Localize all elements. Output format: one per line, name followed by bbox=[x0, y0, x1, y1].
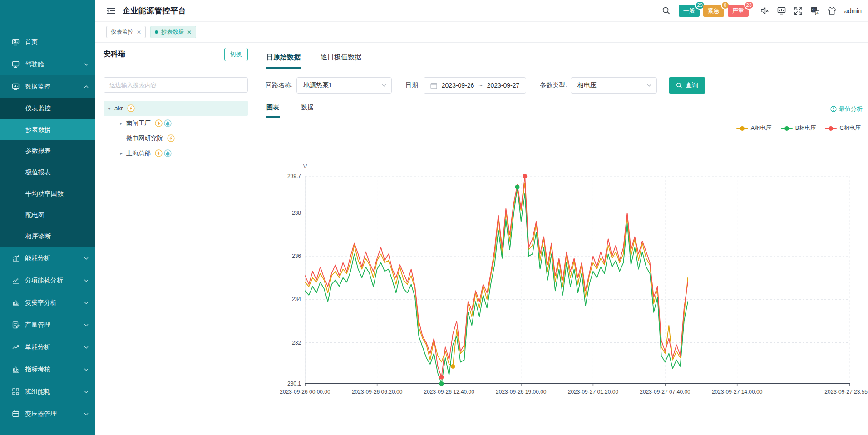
tree-caret-icon[interactable]: ▸ bbox=[118, 151, 124, 156]
sidebar-subitem-相序诊断[interactable]: 相序诊断 bbox=[0, 226, 95, 247]
sidebar-subitem-平均功率因数[interactable]: 平均功率因数 bbox=[0, 183, 95, 204]
sidebar-item-变压器管理[interactable]: 变压器管理 bbox=[0, 403, 95, 425]
sidebar-item-label: 能耗分析 bbox=[25, 254, 84, 262]
electric-bolt-icon bbox=[127, 104, 135, 112]
chart-legend: A相电压B相电压C相电压 bbox=[266, 118, 868, 132]
chevron-down-icon bbox=[84, 367, 89, 372]
bar-chart-icon bbox=[12, 299, 20, 306]
line-chart-svg[interactable]: 230.1232234236238239.72023-09-26 00:00:0… bbox=[266, 133, 868, 412]
sidebar-subitem-参数报表[interactable]: 参数报表 bbox=[0, 140, 95, 162]
tree-node-label: akr bbox=[114, 105, 123, 112]
sidebar-item-能耗分析[interactable]: 能耗分析 bbox=[0, 247, 95, 269]
y-tick-label: 230.1 bbox=[287, 381, 301, 387]
data-tabs: 日原始数据逐日极值数据 bbox=[266, 43, 868, 69]
legend-item-C相电压[interactable]: C相电压 bbox=[825, 124, 861, 132]
sidebar-subitem-抄表数据[interactable]: 抄表数据 bbox=[0, 119, 95, 140]
sidebar-item-班组能耗[interactable]: 班组能耗 bbox=[0, 381, 95, 403]
marker-min-B相电压[interactable] bbox=[439, 381, 444, 386]
marker-max-B相电压[interactable] bbox=[515, 185, 519, 189]
y-tick-label: 232 bbox=[292, 340, 301, 346]
marker-min-A相电压[interactable] bbox=[451, 364, 455, 369]
sidebar-item-label: 首页 bbox=[25, 38, 89, 46]
sidebar-item-指标考核[interactable]: 指标考核 bbox=[0, 358, 95, 381]
tree-node-akr[interactable]: ▾akr bbox=[104, 101, 248, 116]
sidebar-item-复费率分析[interactable]: 复费率分析 bbox=[0, 292, 95, 314]
sidebar-subitem-仪表监控[interactable]: 仪表监控 bbox=[0, 98, 95, 119]
tree-caret-icon[interactable]: ▸ bbox=[118, 121, 124, 126]
view-tag-抄表数据[interactable]: 抄表数据✕ bbox=[150, 26, 196, 38]
sidebar-item-label: 单耗分析 bbox=[25, 343, 84, 351]
sidebar-item-单耗分析[interactable]: 单耗分析 bbox=[0, 336, 95, 358]
sidebar-item-首页[interactable]: 首页 bbox=[0, 31, 95, 53]
chevron-down-icon bbox=[84, 300, 89, 306]
extreme-analysis-link[interactable]: 最值分析 bbox=[830, 105, 863, 118]
x-tick-label: 2023-09-27 07:40:00 bbox=[640, 389, 690, 395]
legend-item-B相电压[interactable]: B相电压 bbox=[781, 124, 816, 132]
sidebar-subitem-极值报表[interactable]: 极值报表 bbox=[0, 162, 95, 183]
electric-bolt-icon bbox=[155, 119, 163, 127]
legend-item-A相电压[interactable]: A相电压 bbox=[736, 124, 772, 132]
language-translate-icon[interactable]: 中 A bbox=[811, 6, 819, 15]
collapse-menu-icon[interactable] bbox=[106, 7, 115, 15]
tab-日原始数据[interactable]: 日原始数据 bbox=[266, 49, 301, 69]
view-tag-仪表监控[interactable]: 仪表监控✕ bbox=[106, 26, 146, 38]
close-icon[interactable]: ✕ bbox=[187, 29, 192, 35]
tree-node-label: 上海总部 bbox=[126, 149, 151, 158]
screen-icon bbox=[12, 38, 20, 46]
sidebar-item-产量管理[interactable]: 产量管理 bbox=[0, 314, 95, 336]
tree-search bbox=[104, 77, 248, 93]
series-line-B相电压[interactable] bbox=[305, 187, 688, 384]
marker-min-C相电压[interactable] bbox=[439, 375, 444, 380]
active-dot bbox=[155, 30, 158, 34]
alarm-chip-严重[interactable]: 严重23 bbox=[728, 5, 749, 17]
alarm-chip-一般[interactable]: 一般29 bbox=[679, 5, 700, 17]
chevron-down-icon bbox=[381, 83, 387, 88]
sidebar-item-分项能耗分析[interactable]: 分项能耗分析 bbox=[0, 269, 95, 292]
sidebar-item-label: 数据监控 bbox=[25, 83, 84, 91]
sidebar-item-数据监控[interactable]: 数据监控 bbox=[0, 75, 95, 98]
date-start[interactable]: 2023-09-26 bbox=[442, 82, 474, 89]
query-button-label: 查询 bbox=[686, 81, 698, 89]
username[interactable]: admin bbox=[844, 7, 862, 15]
mute-icon[interactable] bbox=[760, 6, 769, 15]
circuit-select[interactable]: 地源热泵1 bbox=[296, 77, 392, 94]
tree-panel-header: 安科瑞 切换 bbox=[104, 43, 248, 66]
tab-逐日极值数据[interactable]: 逐日极值数据 bbox=[320, 49, 362, 69]
sidebar-subitem-配电图[interactable]: 配电图 bbox=[0, 204, 95, 226]
x-tick-label: 2023-09-26 00:00:00 bbox=[280, 389, 330, 395]
date-end[interactable]: 2023-09-27 bbox=[487, 82, 520, 89]
param-select[interactable]: 相电压 bbox=[571, 77, 657, 94]
alarm-chip-label: 一般 bbox=[683, 7, 695, 15]
chevron-down-icon bbox=[84, 62, 89, 67]
search-icon bbox=[676, 82, 682, 89]
dashboard-screen-icon[interactable] bbox=[777, 6, 786, 15]
tree-node-南闸工厂[interactable]: ▸南闸工厂 bbox=[104, 116, 248, 131]
legend-marker bbox=[781, 126, 793, 131]
y-tick-label: 234 bbox=[292, 296, 301, 302]
param-label: 参数类型: bbox=[540, 81, 567, 89]
close-icon[interactable]: ✕ bbox=[137, 29, 141, 35]
device-tree: ▾akr▸南闸工厂微电网研究院▸上海总部 bbox=[104, 101, 248, 161]
x-tick-label: 2023-09-27 23:55:00 bbox=[824, 389, 868, 395]
subtab-图表[interactable]: 图表 bbox=[266, 100, 280, 118]
search-icon[interactable] bbox=[662, 6, 671, 15]
switch-button[interactable]: 切换 bbox=[224, 48, 248, 61]
query-button[interactable]: 查询 bbox=[669, 77, 705, 94]
chevron-down-icon bbox=[84, 322, 89, 328]
fullscreen-icon[interactable] bbox=[794, 6, 803, 15]
sidebar-submenu: 仪表监控抄表数据参数报表极值报表平均功率因数配电图相序诊断 bbox=[0, 98, 95, 247]
series-line-A相电压[interactable] bbox=[305, 183, 688, 366]
theme-shirt-icon[interactable] bbox=[828, 6, 836, 15]
tree-node-微电网研究院[interactable]: 微电网研究院 bbox=[104, 131, 248, 146]
marker-max-C相电压[interactable] bbox=[523, 174, 527, 178]
calendar-icon bbox=[12, 410, 20, 418]
alarm-chip-紧急[interactable]: 紧急0 bbox=[703, 5, 724, 17]
tree-caret-icon[interactable]: ▾ bbox=[106, 106, 113, 111]
subtab-数据[interactable]: 数据 bbox=[300, 100, 315, 118]
x-tick-label: 2023-09-26 12:40:00 bbox=[424, 389, 474, 395]
tree-panel-title: 安科瑞 bbox=[104, 49, 125, 59]
sidebar-item-驾驶舱[interactable]: 驾驶舱 bbox=[0, 53, 95, 75]
tree-search-input[interactable] bbox=[104, 77, 248, 93]
date-range-picker[interactable]: 2023-09-26 ~ 2023-09-27 bbox=[424, 77, 526, 94]
tree-node-上海总部[interactable]: ▸上海总部 bbox=[104, 146, 248, 161]
